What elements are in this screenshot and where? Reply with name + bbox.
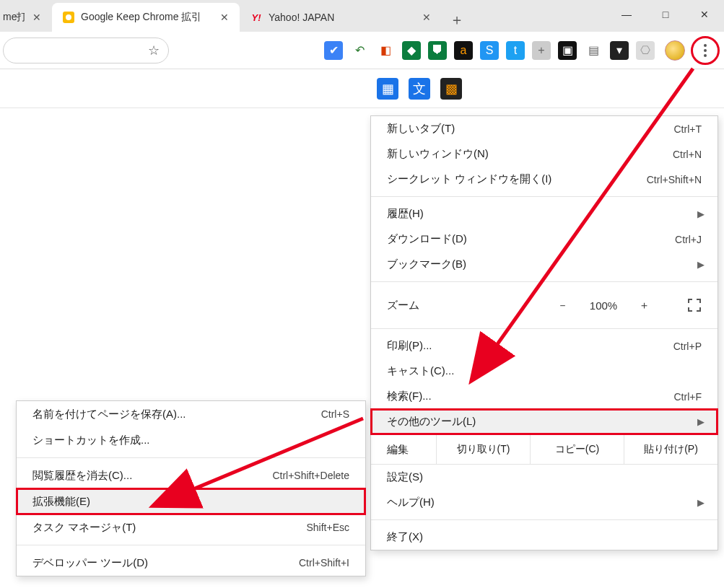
zoom-out-button[interactable]: －: [557, 299, 568, 312]
toolbar: ☆ ✔↶◧◆⛊aSt+▣▤▾⎔: [0, 32, 724, 69]
cut-button[interactable]: 切り取り(T): [436, 435, 530, 464]
close-icon[interactable]: ✕: [218, 11, 231, 24]
annotation-circle: [691, 36, 720, 65]
pocket-icon[interactable]: ▾: [610, 41, 629, 60]
submenu-create-shortcut[interactable]: ショートカットを作成...: [17, 427, 365, 453]
menu-print[interactable]: 印刷(P)... Ctrl+P: [371, 333, 718, 359]
submenu-save-as[interactable]: 名前を付けてページを保存(A)... Ctrl+S: [17, 401, 365, 427]
page-content: [0, 108, 365, 397]
menu-exit[interactable]: 終了(X): [371, 525, 718, 550]
tab-label: Yahoo! JAPAN: [269, 12, 414, 23]
tab-strip: me打 ✕ Google Keep Chrome 拡引 ✕ Y! Yahoo! …: [0, 0, 724, 32]
menu-button[interactable]: [694, 39, 717, 62]
menu-settings[interactable]: 設定(S): [371, 465, 718, 490]
submenu-task-manager[interactable]: タスク マネージャ(T) Shift+Esc: [17, 514, 365, 540]
tab-label: Google Keep Chrome 拡引: [81, 11, 212, 24]
chevron-right-icon: ▶: [697, 416, 705, 427]
maximize-button[interactable]: □: [646, 0, 685, 29]
more-tools-submenu: 名前を付けてページを保存(A)... Ctrl+S ショートカットを作成... …: [16, 400, 366, 576]
close-icon[interactable]: ✕: [30, 11, 43, 24]
edit-label: 編集: [371, 443, 436, 457]
window-controls: ― □ ✕: [607, 0, 724, 29]
separator: [17, 457, 365, 458]
twitter-icon[interactable]: t: [506, 41, 525, 60]
shield-icon[interactable]: ◆: [402, 41, 421, 60]
yahoo-favicon: Y!: [250, 11, 263, 24]
tab-active[interactable]: Google Keep Chrome 拡引 ✕: [52, 3, 240, 32]
chevron-right-icon: ▶: [697, 497, 705, 508]
s-icon[interactable]: S: [480, 41, 499, 60]
main-menu: 新しいタブ(T) Ctrl+T 新しいウィンドウ(N) Ctrl+N シークレッ…: [370, 115, 718, 550]
new-tab-button[interactable]: ＋: [445, 7, 469, 32]
close-window-button[interactable]: ✕: [685, 0, 724, 29]
separator: [17, 545, 365, 545]
image-search-icon[interactable]: ▩: [440, 78, 462, 100]
tab-label: me打: [3, 11, 25, 24]
submenu-clear-history[interactable]: 閲覧履歴を消去(C)... Ctrl+Shift+Delete: [17, 462, 365, 488]
minimize-button[interactable]: ―: [607, 0, 646, 29]
menu-edit-row: 編集 切り取り(T) コピー(C) 貼り付け(P): [371, 434, 718, 465]
menu-bookmarks[interactable]: ブックマーク(B) ▶: [371, 252, 718, 277]
chevron-right-icon: ▶: [697, 209, 705, 219]
submenu-extensions[interactable]: 拡張機能(E): [17, 488, 365, 514]
omnibox[interactable]: ☆: [3, 38, 169, 63]
menu-new-tab[interactable]: 新しいタブ(T) Ctrl+T: [371, 116, 718, 141]
separator: [371, 196, 718, 197]
extension-icons: ✔↶◧◆⛊aSt+▣▤▾⎔: [324, 41, 655, 60]
profile-avatar[interactable]: [665, 40, 685, 61]
menu-zoom: ズーム － 100% ＋: [371, 286, 718, 324]
tab-partial[interactable]: me打 ✕: [0, 3, 52, 32]
office-icon[interactable]: ◧: [376, 41, 395, 60]
tab-inactive[interactable]: Y! Yahoo! JAPAN ✕: [240, 3, 442, 32]
menu-incognito[interactable]: シークレット ウィンドウを開く(I) Ctrl+Shift+N: [371, 167, 718, 192]
pip-icon[interactable]: ▣: [558, 41, 577, 60]
copy-button[interactable]: コピー(C): [530, 435, 624, 464]
separator: [371, 328, 718, 329]
zoom-in-button[interactable]: ＋: [639, 299, 650, 312]
plus-box-icon[interactable]: +: [532, 41, 551, 60]
menu-history[interactable]: 履歴(H) ▶: [371, 201, 718, 227]
page-icon[interactable]: ▤: [584, 41, 603, 60]
extension-icons-row2: ▦文▩: [0, 69, 724, 108]
shield-check-icon[interactable]: ⛊: [428, 41, 447, 60]
close-icon[interactable]: ✕: [420, 11, 433, 24]
menu-find[interactable]: 検索(F)... Ctrl+F: [371, 384, 718, 409]
menu-cast[interactable]: キャスト(C)...: [371, 359, 718, 384]
fullscreen-icon[interactable]: [687, 298, 702, 312]
reply-icon[interactable]: ↶: [350, 41, 369, 60]
menu-new-window[interactable]: 新しいウィンドウ(N) Ctrl+N: [371, 141, 718, 167]
separator: [371, 519, 718, 520]
bookmark-star-icon[interactable]: ☆: [148, 43, 160, 58]
amazon-icon[interactable]: a: [454, 41, 473, 60]
menu-help[interactable]: ヘルプ(H) ▶: [371, 490, 718, 515]
separator: [371, 281, 718, 282]
menu-more-tools[interactable]: その他のツール(L) ▶: [371, 409, 718, 434]
check-icon[interactable]: ✔: [324, 41, 343, 60]
qr-icon[interactable]: ▦: [377, 78, 398, 100]
location-icon[interactable]: ⎔: [636, 41, 655, 60]
zoom-value: 100%: [585, 299, 621, 312]
submenu-dev-tools[interactable]: デベロッパー ツール(D) Ctrl+Shift+I: [17, 550, 365, 576]
paste-button[interactable]: 貼り付け(P): [624, 435, 718, 464]
menu-downloads[interactable]: ダウンロード(D) Ctrl+J: [371, 227, 718, 252]
keep-favicon: [62, 11, 75, 24]
translate-icon[interactable]: 文: [409, 78, 430, 100]
chevron-right-icon: ▶: [697, 259, 705, 270]
